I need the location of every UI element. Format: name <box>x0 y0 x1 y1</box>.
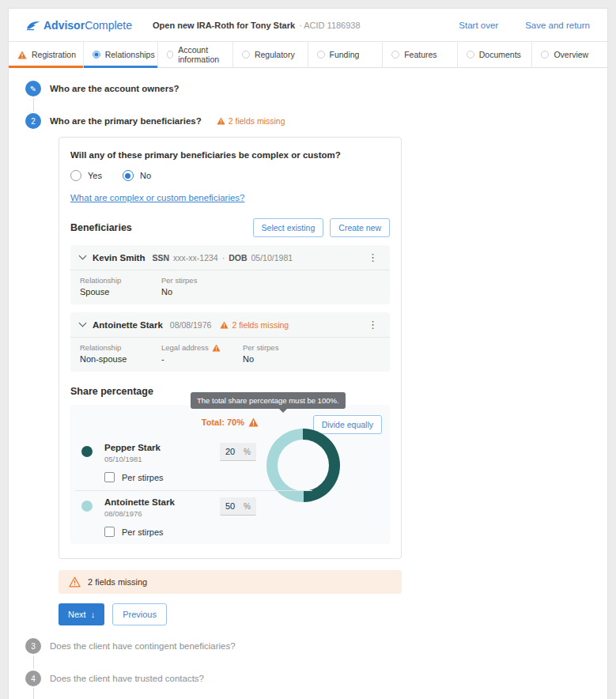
next-button[interactable]: Next ↓ <box>59 603 104 625</box>
field-value: No <box>161 287 243 297</box>
start-over-link[interactable]: Start over <box>459 21 498 30</box>
step-4-circle: 4 <box>25 671 41 686</box>
previous-button[interactable]: Previous <box>112 603 167 625</box>
banner-text: 2 fields missing <box>88 577 147 587</box>
divide-equally-button[interactable]: Divide equally <box>313 415 382 434</box>
chevron-down-icon[interactable] <box>79 252 87 260</box>
tab-label: Relationships <box>105 50 155 59</box>
field-per-stirpes: Per stirpes No <box>243 343 324 364</box>
step-1-circle: ✎ <box>25 81 41 96</box>
tab-label: Account information <box>178 45 232 64</box>
beneficiaries-header: Beneficiaries Select existing Create new <box>70 218 390 237</box>
step-2-label: Who are the primary beneficiaries? <box>50 116 202 126</box>
tab-registration[interactable]: Registration <box>9 42 84 67</box>
share-percentage-panel: The total share percentage must be 100%.… <box>70 405 390 544</box>
tab-funding[interactable]: Funding <box>308 42 384 67</box>
legend-dot-dark <box>81 446 93 457</box>
complex-custom-question: Will any of these primary beneficiaries … <box>70 150 390 160</box>
complex-custom-info-link[interactable]: What are complex or custom beneficiaries… <box>70 193 245 202</box>
tab-circle-icon <box>317 51 325 59</box>
step-2-primary-beneficiaries[interactable]: 2 Who are the primary beneficiaries? 2 f… <box>25 113 607 129</box>
kebab-menu-icon[interactable]: ⋮ <box>365 319 380 330</box>
field-relationship: Relationship Spouse <box>80 276 161 297</box>
kebab-menu-icon[interactable]: ⋮ <box>365 252 380 263</box>
step-4-label: Does the client have trusted contacts? <box>50 674 204 683</box>
warning-icon <box>217 117 225 125</box>
per-stirpes-checkbox-row: Per stirpes <box>104 527 316 537</box>
step-connector <box>33 98 34 111</box>
step-1-account-owners[interactable]: ✎ Who are the account owners? <box>25 81 607 96</box>
app-logo: AdvisorComplete <box>26 19 132 32</box>
share-total-text: Total: 70% <box>202 418 244 427</box>
tab-account-information[interactable]: Account information <box>158 42 233 67</box>
beneficiary-meta: SSN xxx-xx-1234 · DOB 05/10/1981 <box>152 253 293 263</box>
legend-dot-light <box>81 501 93 512</box>
share-dob: 08/08/1976 <box>104 509 316 518</box>
step-4-trusted-contacts[interactable]: 4 Does the client have trusted contacts? <box>25 671 607 686</box>
tab-label: Documents <box>479 50 521 59</box>
page-title: Open new IRA-Roth for Tony Stark <box>153 21 295 30</box>
radio-no[interactable]: No <box>123 170 151 181</box>
select-existing-button[interactable]: Select existing <box>253 218 324 237</box>
chevron-down-icon[interactable] <box>79 319 87 327</box>
share-percentage-input[interactable] <box>225 501 241 511</box>
tab-circle-icon <box>391 51 399 59</box>
beneficiary-row-antoinette-stark: Antoinette Stark 08/08/1976 2 fields mis… <box>70 312 390 372</box>
share-percentage-input[interactable] <box>225 447 241 456</box>
share-total-tooltip: The total share percentage must be 100%. <box>191 392 346 409</box>
tab-label: Funding <box>330 50 360 59</box>
field-value: Non-spouse <box>80 354 161 364</box>
tab-features[interactable]: Features <box>383 42 458 67</box>
field-label: Relationship <box>80 276 161 285</box>
arrow-down-icon: ↓ <box>91 610 96 619</box>
complex-custom-radio-group: Yes No <box>70 170 390 181</box>
active-tab-dot-icon <box>93 51 100 59</box>
step-1-label: Who are the account owners? <box>50 84 180 93</box>
per-stirpes-checkbox[interactable] <box>104 472 115 482</box>
share-name: Pepper Stark <box>104 443 316 452</box>
radio-on-icon[interactable] <box>123 170 134 181</box>
radio-yes[interactable]: Yes <box>70 170 102 181</box>
field-per-stirpes: Per stirpes No <box>161 276 243 297</box>
step-2-circle: 2 <box>25 113 41 129</box>
logo-text-light: Complete <box>85 19 132 32</box>
field-label: Per stirpes <box>161 276 243 285</box>
field-label: Relationship <box>80 343 161 352</box>
acid-number: · ACID 1186938 <box>299 21 360 30</box>
step-3-contingent-beneficiaries[interactable]: 3 Does the client have contingent benefi… <box>25 638 607 654</box>
field-value: No <box>243 354 324 364</box>
beneficiary-name: Antoinette Stark <box>93 320 163 330</box>
save-and-return-link[interactable]: Save and return <box>525 21 590 30</box>
warning-icon <box>17 51 27 59</box>
tab-documents[interactable]: Documents <box>458 42 533 67</box>
share-dob: 05/10/1981 <box>104 455 316 463</box>
tab-regulatory[interactable]: Regulatory <box>233 42 308 67</box>
beneficiary-row-kevin-smith: Kevin Smith SSN xxx-xx-1234 · DOB 05/10/… <box>70 245 390 304</box>
tab-circle-icon <box>167 51 173 59</box>
radio-yes-label: Yes <box>88 171 102 180</box>
share-name: Antoinette Stark <box>104 497 316 507</box>
per-stirpes-checkbox[interactable] <box>104 527 115 537</box>
step-3-label: Does the client have contingent benefici… <box>50 641 236 651</box>
field-relationship: Relationship Non-spouse <box>80 343 161 364</box>
ssn-value: xxx-xx-1234 <box>173 253 218 263</box>
tab-label: Overview <box>554 50 588 59</box>
tab-circle-icon <box>541 51 549 59</box>
warning-icon <box>212 344 221 352</box>
beneficiary-name: Kevin Smith <box>93 253 145 263</box>
tab-relationships[interactable]: Relationships <box>84 42 159 67</box>
beneficiary-warning-text: 2 fields missing <box>232 320 289 330</box>
per-stirpes-checkbox-row: Per stirpes <box>104 472 316 482</box>
warning-outline-icon <box>69 576 81 588</box>
radio-off-icon[interactable] <box>70 170 81 181</box>
dob-value: 05/10/1981 <box>251 253 293 263</box>
share-row-pepper-stark: Pepper Stark 05/10/1981 Per stirpes % <box>70 436 316 490</box>
radio-no-label: No <box>140 171 151 180</box>
create-new-button[interactable]: Create new <box>330 218 390 237</box>
ssn-label: SSN <box>152 253 169 263</box>
field-value: - <box>161 354 243 364</box>
warning-icon <box>248 418 259 427</box>
warning-icon <box>220 321 229 329</box>
beneficiaries-title: Beneficiaries <box>70 222 132 233</box>
tab-overview[interactable]: Overview <box>532 42 607 67</box>
